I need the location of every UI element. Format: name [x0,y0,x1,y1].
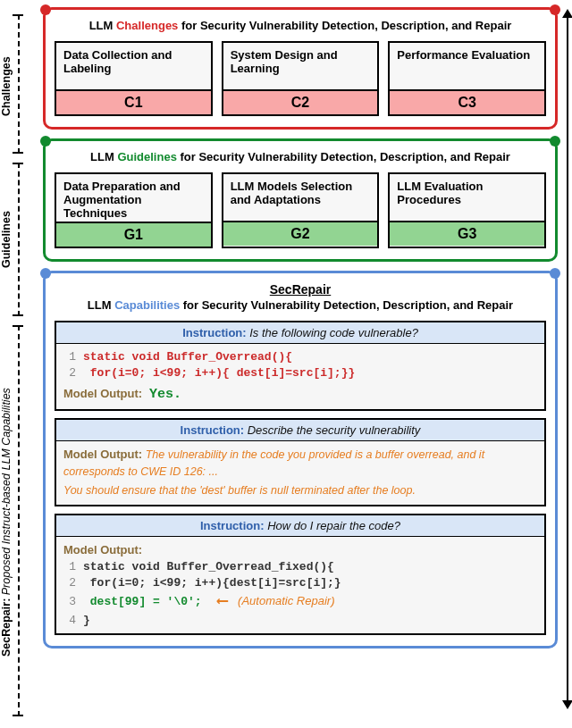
panel-repair: Instruction: How do I repair the code? M… [55,514,546,635]
card-tag: G3 [390,221,544,246]
panel-describe: Instruction: Describe the security vulne… [55,418,546,506]
panel-detect: Instruction: Is the following code vulne… [55,321,546,411]
card-text: System Design and Learning [223,43,378,89]
secrepair-heading: SecRepair [55,282,546,297]
guideline-card-g3: LLM Evaluation Procedures G3 [388,172,546,248]
corner-dot-icon [550,268,560,279]
model-output-line: Model Output: Yes. [63,386,537,404]
sidebar-labels: Challenges Guidelines SecRepair: Propose… [0,7,41,722]
panel-body: Model Output: 1static void Buffer_Overre… [56,537,544,633]
card-text: LLM Models Selection and Adaptations [223,174,378,221]
sidebar-label-challenges: Challenges [0,20,18,154]
instruction-bar: Instruction: Is the following code vulne… [56,322,544,344]
corner-dot-icon [40,4,51,15]
arrow-left-icon: ⟵ [217,590,227,612]
code-line: 2 for(i=0; i<99; i++){dest[i]=src[i];} [63,575,537,591]
instruction-bar: Instruction: Describe the security vulne… [56,420,544,441]
card-text: Performance Evaluation [390,43,544,89]
corner-dot-icon [40,268,51,279]
guideline-card-g1: Data Preparation and Augmentation Techni… [55,172,213,248]
challenges-section: LLM Challenges for Security Vulnerabilit… [43,7,558,130]
guidelines-title: LLM Guidelines for Security Vulnerabilit… [55,150,546,163]
guidelines-section: LLM Guidelines for Security Vulnerabilit… [43,138,558,262]
model-output-label: Model Output: [63,542,537,558]
corner-dot-icon [550,4,560,15]
sidebar-label-secrepair: SecRepair: Proposed Instruct-based LLM C… [0,331,18,715]
challenge-card-c3: Performance Evaluation C3 [388,41,546,116]
code-line: 3 dest[99] = '\0'; ⟵ (Automatic Repair) [63,590,537,612]
card-text: Data Collection and Labeling [56,43,211,89]
card-tag: C1 [56,89,211,114]
code-line: 4} [63,613,537,629]
panel-body: Model Output: The vulnerability in the c… [56,441,544,505]
instruction-bar: Instruction: How do I repair the code? [56,515,544,537]
guideline-card-g2: LLM Models Selection and Adaptations G2 [222,172,380,248]
card-tag: G1 [56,222,211,247]
sidebar-label-guidelines: Guidelines [0,168,18,311]
repair-note: (Automatic Repair) [238,594,334,607]
panel-body: 1static void Buffer_Overread(){ 2 for(i=… [56,344,544,409]
right-vertical-arrow [567,11,568,707]
card-text: Data Preparation and Augmentation Techni… [56,174,211,222]
corner-dot-icon [40,136,51,146]
challenges-title: LLM Challenges for Security Vulnerabilit… [55,19,546,32]
model-output-label: Model Output: [63,448,142,461]
corner-dot-icon [550,136,560,146]
card-tag: C3 [390,89,544,114]
description-text: You should ensure that the 'dest' buffer… [63,483,537,499]
challenge-card-c1: Data Collection and Labeling C1 [55,41,213,116]
capabilities-section: SecRepair LLM Capabilities for Security … [43,271,558,649]
code-line: 1static void Buffer_Overread_fixed(){ [63,559,537,575]
card-tag: C2 [223,89,378,114]
card-tag: G2 [223,221,378,246]
capabilities-title: LLM Capabilities for Security Vulnerabil… [55,298,546,312]
challenge-card-c2: System Design and Learning C2 [222,41,380,116]
code-line: 2 for(i=0; i<99; i++){ dest[i]=src[i];}} [63,365,537,381]
code-line: 1static void Buffer_Overread(){ [63,349,537,365]
card-text: LLM Evaluation Procedures [390,174,544,221]
